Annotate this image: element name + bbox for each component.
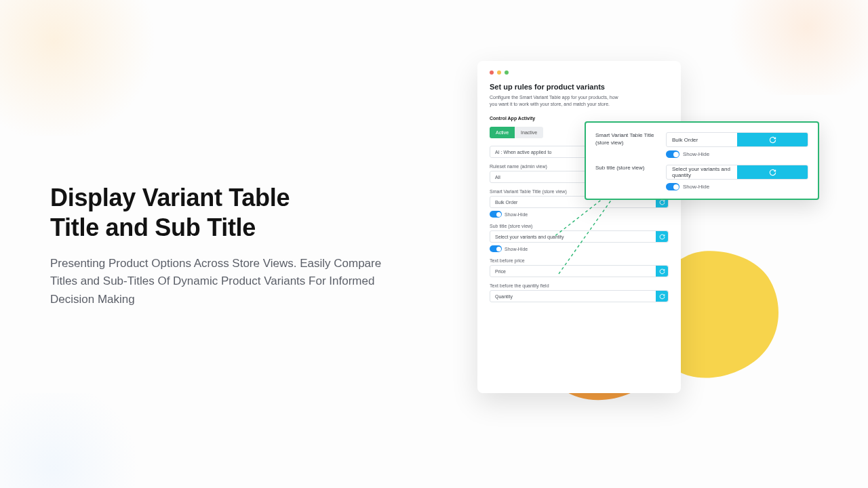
qty-label: Text before the quantity field (490, 283, 669, 288)
hero: Display Variant TableTitle and Sub Title… (50, 183, 403, 308)
subtitle-input[interactable]: Select your variants and quantity (490, 230, 669, 243)
callout-subtitle-input[interactable]: Select your variants and quantity (666, 165, 808, 180)
maximize-icon (505, 70, 509, 75)
glow-bottom-left (0, 393, 149, 488)
qty-input[interactable]: Quantity (490, 290, 669, 302)
settings-panel: Set up rules for product variants Config… (477, 61, 681, 393)
subtitle-field-label: Sub title (store view) (490, 224, 669, 228)
callout-title-label: Smart Variant Table Title (store view) (595, 132, 658, 158)
subtitle-toggle[interactable] (490, 245, 502, 252)
panel-title: Set up rules for product variants (490, 83, 669, 91)
title-toggle[interactable] (490, 211, 502, 218)
refresh-icon[interactable] (656, 266, 668, 277)
refresh-icon[interactable] (737, 133, 808, 146)
page-title: Display Variant TableTitle and Sub Title (50, 183, 403, 243)
price-input[interactable]: Price (490, 265, 669, 277)
window-controls (490, 70, 669, 75)
glow-top-right (719, 0, 868, 95)
panel-description: Configure the Smart Variant Table app fo… (490, 94, 618, 108)
toggle-label: Show-Hide (505, 212, 528, 217)
callout-subtitle-label: Sub title (store view) (595, 165, 658, 190)
callout-popover: Smart Variant Table Title (store view) B… (585, 121, 819, 200)
refresh-icon[interactable] (656, 231, 668, 242)
close-icon (490, 70, 494, 75)
inactive-button[interactable]: Inactive (515, 127, 543, 138)
glow-top-left (0, 0, 163, 136)
control-activity-label: Control App Activity (490, 116, 669, 121)
minimize-icon (497, 70, 501, 75)
active-button[interactable]: Active (490, 127, 515, 138)
toggle-label: Show-Hide (683, 151, 709, 157)
refresh-icon[interactable] (737, 165, 808, 179)
callout-subtitle-toggle[interactable] (666, 183, 679, 190)
toggle-label: Show-Hide (683, 184, 709, 190)
page-description: Presenting Product Options Across Store … (50, 255, 403, 308)
callout-title-toggle[interactable] (666, 150, 679, 158)
toggle-label: Show-Hide (505, 247, 528, 251)
price-label: Text before price (490, 258, 669, 263)
callout-title-input[interactable]: Bulk Order (666, 132, 808, 147)
refresh-icon[interactable] (656, 291, 668, 302)
activity-segment: Active Inactive (490, 127, 543, 138)
